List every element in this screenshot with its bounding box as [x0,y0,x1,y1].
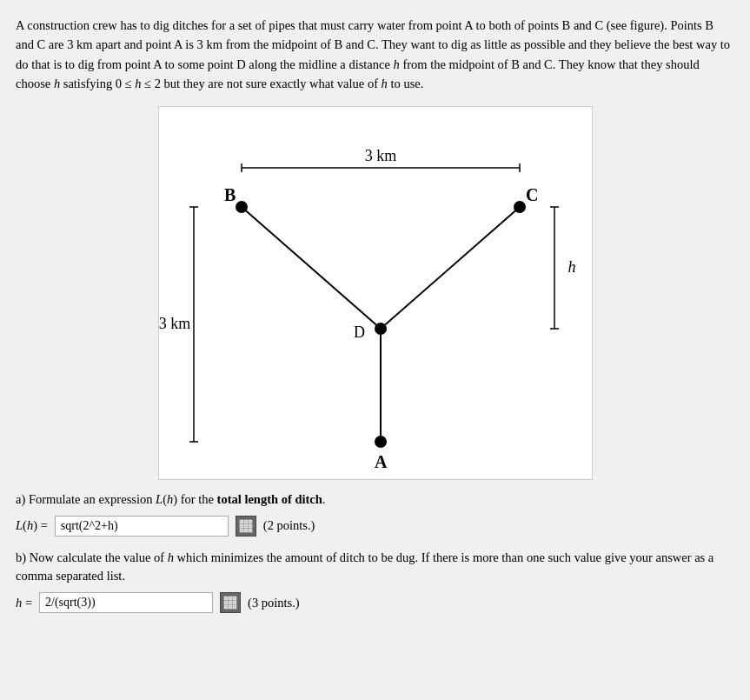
part-a-points: (2 points.) [263,518,315,533]
svg-rect-23 [233,597,236,600]
problem-text: A construction crew has to dig ditches f… [16,16,734,94]
diagram-svg: 3 km 3 km h [159,107,594,481]
svg-rect-27 [224,605,228,609]
part-a-label: a) Formulate an expression L(h) for the … [16,490,734,510]
part-b-label: b) Now calculate the value of h which mi… [16,549,734,587]
part-a-input[interactable] [55,516,229,537]
part-a-grid-button[interactable] [236,516,256,537]
svg-rect-14 [249,520,252,523]
part-b-input[interactable] [39,592,213,613]
svg-rect-20 [249,529,252,532]
svg-rect-24 [224,601,228,604]
svg-rect-21 [224,597,228,600]
part-b-grid-button[interactable] [220,592,241,613]
svg-line-10 [381,207,520,329]
label-B: B [224,185,236,204]
svg-rect-13 [244,520,248,523]
svg-rect-18 [240,529,243,532]
part-b-points: (3 points.) [248,596,300,610]
page: A construction crew has to dig ditches f… [0,0,750,700]
point-C [514,201,526,213]
svg-rect-28 [229,605,232,609]
label-h: h [567,258,575,276]
svg-rect-17 [249,524,252,528]
label-C: C [526,185,538,204]
point-B [236,201,248,213]
label-D: D [354,323,365,341]
svg-rect-26 [233,601,236,604]
svg-line-9 [242,207,381,329]
label-3km-left: 3 km [159,315,190,332]
part-b-eq-label: h = [16,596,32,610]
point-D [375,323,387,335]
point-A [375,436,387,448]
part-a-input-row: L(h) = (2 points.) [16,516,734,537]
label-3km-top: 3 km [364,147,396,164]
label-A: A [375,452,388,471]
figure-area: 3 km 3 km h [16,106,734,480]
part-b-input-row: h = (3 points.) [16,592,734,613]
svg-rect-16 [244,524,248,528]
svg-rect-12 [240,520,243,523]
figure-container: 3 km 3 km h [158,106,593,480]
svg-rect-29 [233,605,236,609]
svg-rect-15 [240,524,243,528]
svg-rect-22 [229,597,232,600]
part-a-eq-label: L(h) = [16,518,48,533]
svg-rect-25 [229,601,232,604]
svg-rect-19 [244,529,248,532]
